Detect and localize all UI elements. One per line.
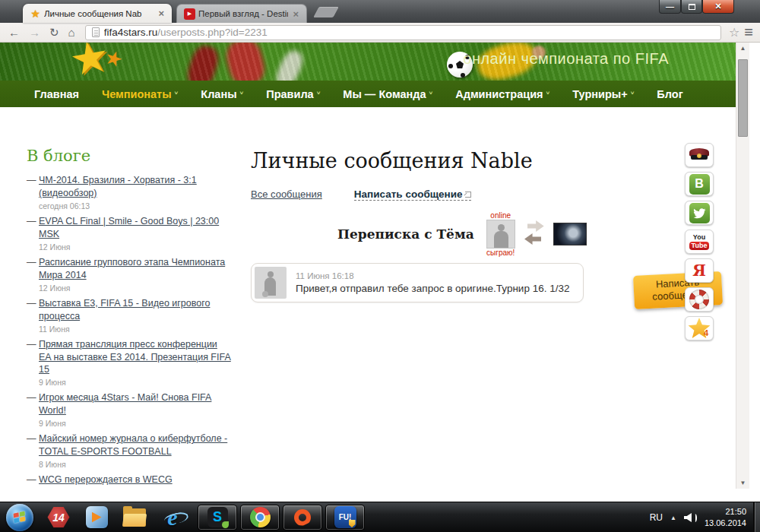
blog-post-date: 9 Июня [39,418,232,429]
message-date: 11 Июня 16:18 [296,271,569,280]
lifebuoy-help-icon[interactable] [685,287,714,312]
tab-messages[interactable]: ★ Личные сообщения Nab × [23,4,172,23]
tab-close-icon[interactable]: × [291,8,300,20]
chrome-icon [250,507,271,527]
blog-post-date: 9 Июня [39,377,232,388]
tab-title: Первый взгляд - Destiny [198,9,288,18]
skype-taskbar-button[interactable]: S [198,505,237,530]
scroll-up-icon[interactable]: ▲ [736,45,749,52]
vk-icon[interactable]: В [685,172,714,196]
blog-post-link[interactable]: ЧМ-2014. Бразилия - Хорватия - 3:1 (виде… [39,175,197,198]
explorer-icon[interactable] [122,505,147,530]
language-indicator[interactable]: RU [650,512,663,523]
message-sender-avatar[interactable] [255,267,287,299]
blog-post-link[interactable]: Расписание группового этапа Чемпионата М… [39,257,225,280]
scroll-down-icon[interactable]: ▼ [736,480,749,486]
own-avatar[interactable] [553,223,587,245]
blog-list-item: — Прямая трансляция пресс конференции EA… [27,338,232,388]
nav-item[interactable]: Правила˅ [266,88,320,100]
blog-post-link[interactable]: Выставка E3, FIFA 15 - Видео игрового пр… [39,298,210,321]
vertical-scrollbar[interactable]: ▲ ▼ [736,43,749,489]
online-status: online [490,211,511,220]
yandex-icon[interactable]: Я [685,258,714,283]
system-tray: RU ▲ 21:5013.06.2014 [650,502,752,532]
chrome-taskbar-button[interactable] [240,505,280,530]
address-bar[interactable]: fifa4stars.ru/userposts.php?id=2231 [85,25,721,40]
nav-item[interactable]: Мы — Команда˅ [343,88,432,100]
write-message-link[interactable]: Написать сообщение [354,188,471,201]
nav-item-label: Главная [34,88,79,100]
origin-taskbar-button[interactable] [283,505,322,530]
fut-taskbar-button[interactable]: FU! [325,505,365,530]
blog-post-link[interactable]: EVPA CL Final | Smile - Good Boys | 23:0… [39,216,219,239]
internet-explorer-icon[interactable]: e [160,505,185,530]
military-cap-icon[interactable] [685,143,714,167]
blog-post-link[interactable]: Игрок месяца 4Stars - Май! Снова FIFA Wo… [39,392,211,416]
bookmark-star-icon[interactable]: ☆ [729,25,739,40]
nav-item[interactable]: Главная˅ [34,88,79,100]
fut-badge [349,520,356,527]
fifa14-icon[interactable]: 14 [46,505,71,530]
nav-item[interactable]: Кланы˅ [201,88,243,100]
main-navigation: Главная˅ Чемпионаты˅ Кланы˅ Правила˅ Мы … [0,81,736,107]
arrow-right-icon [527,220,544,232]
minimize-button[interactable]: — [659,0,681,14]
list-dash: — [27,256,36,269]
conversation-title: Переписка с Тёма [337,226,474,242]
twitter-icon[interactable] [685,201,714,225]
list-dash: — [27,297,36,310]
vertical-scroll-thumb[interactable] [738,59,748,137]
list-dash: — [27,215,36,228]
blog-post-date: 12 Июня [39,242,232,252]
blog-post-link[interactable]: WCG перерождается в WECG [39,474,173,485]
list-dash: — [27,338,36,351]
home-button[interactable]: ⌂ [66,27,78,38]
close-button[interactable]: ✕ [702,0,734,14]
blog-post-link[interactable]: Майский номер журнала о киберфутболе - T… [39,433,227,457]
nav-item[interactable]: Чемпионаты˅ [102,88,178,100]
nav-item-label: Администрация [455,88,543,100]
list-dash: — [27,174,36,187]
tray-date: 13.06.2014 [705,518,746,527]
browser-titlebar: ★ Личные сообщения Nab × ▶ Первый взгляд… [0,0,760,23]
blog-post-link[interactable]: Прямая трансляция пресс конференции EA н… [39,339,231,375]
forward-button[interactable]: → [27,27,43,38]
tab-title: Личные сообщения Nab [44,9,154,18]
tray-expand-icon[interactable]: ▲ [670,515,676,521]
nav-item[interactable]: Турниры+˅ [572,88,634,100]
url-text: fifa4stars.ru/userposts.php?id=2231 [104,27,268,38]
start-button[interactable] [6,504,33,531]
nav-item-label: Мы — Команда [343,88,426,100]
blog-list: — ЧМ-2014. Бразилия - Хорватия - 3:1 (ви… [27,174,232,489]
blog-sidebar-title: В блоге [27,147,232,165]
write-message-label: Написать сообщение [354,188,463,200]
clock[interactable]: 21:5013.06.2014 [705,506,746,529]
nav-item[interactable]: Блог˅ [657,88,682,100]
list-dash: — [27,391,36,404]
menu-icon[interactable]: ≡ [744,24,752,41]
new-tab-button[interactable] [313,7,338,17]
all-messages-link[interactable]: Все сообщения [251,188,322,200]
blog-list-item: — Игрок месяца 4Stars - Май! Снова FIFA … [27,391,232,429]
blog-list-item: — EVPA CL Final | Smile - Good Boys | 23… [27,215,232,252]
maximize-button[interactable] [681,0,702,14]
nav-item[interactable]: Администрация˅ [455,88,549,100]
tray-time: 21:50 [725,507,746,516]
tab-destiny[interactable]: ▶ Первый взгляд - Destiny × [176,4,307,23]
volume-icon[interactable] [684,513,697,522]
opponent-avatar[interactable] [486,220,515,249]
youtube-icon[interactable]: YouTube [685,230,714,254]
messages-main: Личные сообщения Nable Все сообщения Нап… [251,149,587,302]
message-card: 11 Июня 16:18 Привет,я отправил тебе зап… [251,263,584,302]
avatar-silhouette [498,224,505,231]
tab-close-icon[interactable]: × [157,8,166,19]
show-desktop-button[interactable] [753,502,760,532]
blog-list-item: — WCG перерождается в WECG 6 Июня [27,473,232,489]
back-button[interactable]: ← [6,27,22,38]
play-invite-label[interactable]: сыграю! [486,249,515,257]
4stars-star-icon[interactable]: 4 [685,316,714,340]
reload-button[interactable]: ↻ [47,27,62,38]
taskbar: 14 e S FU! RU ▲ 21:5013.06.2014 [0,502,760,532]
media-player-icon[interactable] [84,505,109,530]
chevron-down-icon: ˅ [631,90,635,97]
